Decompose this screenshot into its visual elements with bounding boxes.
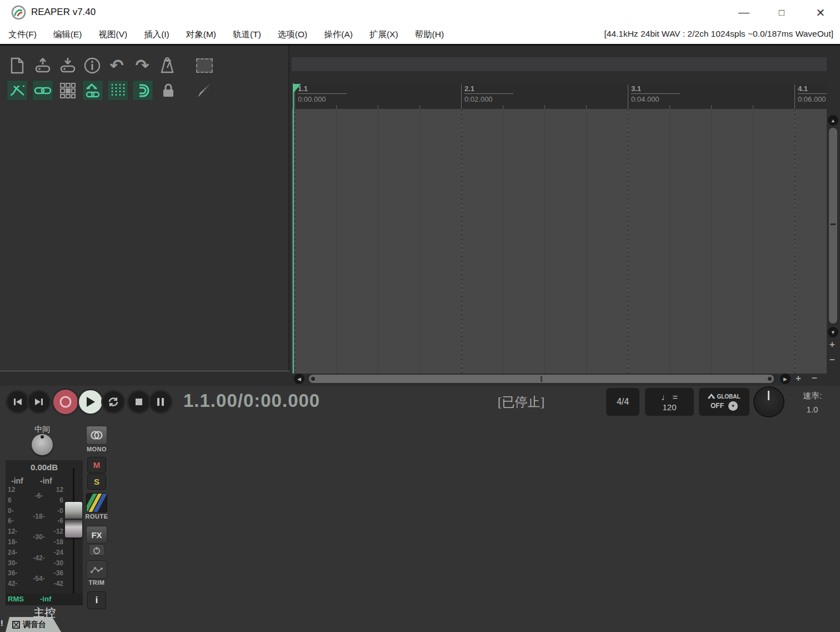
item-grouping-icon[interactable] <box>32 80 53 101</box>
pan-center-label: 中间 <box>17 425 68 435</box>
rms-value: -inf <box>40 595 51 603</box>
horizontal-scrollbar[interactable] <box>307 374 776 384</box>
scroll-right-button[interactable]: ▶ <box>780 374 791 384</box>
repeat-button[interactable] <box>103 391 124 412</box>
trim-label: TRIM <box>80 579 113 586</box>
timeline-ruler[interactable]: 1.10:00.0002.10:02.0003.10:04.0004.10:06… <box>292 83 827 109</box>
menu-item-1[interactable]: 编辑(E) <box>45 29 91 41</box>
zoom-in-vertical-button[interactable]: + <box>829 339 835 350</box>
ruler-time-label: 0:04.000 <box>631 94 680 103</box>
scrollbar-thumb-grip <box>541 376 542 382</box>
play-button[interactable] <box>79 390 102 414</box>
go-to-end-button[interactable] <box>28 391 49 412</box>
beat-gridline <box>753 109 753 374</box>
checkbox-checked-icon <box>12 621 20 629</box>
zoom-out-horizontal-button[interactable]: − <box>812 373 817 384</box>
meter-scale-label: -24 <box>46 549 63 556</box>
ruler-mark: 2.10:02.000 <box>461 84 513 109</box>
scrollbar-thumb-dot <box>311 377 315 381</box>
pencil-draw-icon[interactable] <box>194 80 215 101</box>
record-button[interactable] <box>53 390 78 414</box>
pan-knob[interactable] <box>32 434 53 455</box>
track-panel-divider <box>0 371 289 371</box>
master-fader[interactable] <box>65 502 82 538</box>
redo-icon[interactable]: ↷ <box>132 55 153 76</box>
track-info-button[interactable]: i <box>87 591 106 609</box>
arrange-top-strip <box>292 57 827 71</box>
meter-scale-label: -30 <box>46 559 63 567</box>
scrollbar-thumb-dot <box>768 377 772 381</box>
menu-item-2[interactable]: 视图(V) <box>90 29 136 41</box>
ruler-time-label: 0:06.000 <box>798 94 827 103</box>
close-button[interactable]: ✕ <box>803 0 838 25</box>
route-button[interactable] <box>86 493 107 512</box>
grid-lines-icon[interactable] <box>107 80 128 101</box>
vertical-scrollbar[interactable] <box>828 127 838 326</box>
scroll-up-button[interactable]: ▲ <box>828 115 838 126</box>
ripple-edit-icon[interactable] <box>57 80 78 101</box>
peak-left-value: -inf <box>11 476 33 485</box>
solo-button[interactable]: S <box>87 474 106 490</box>
vertical-scrollbar-thumb[interactable] <box>829 128 837 324</box>
beat-gridline <box>419 109 420 374</box>
go-to-start-button[interactable] <box>7 391 28 412</box>
menu-item-9[interactable]: 帮助(H) <box>407 29 453 41</box>
auto-crossfade-icon[interactable] <box>7 80 28 101</box>
mixer-tab-label: 调音台 <box>23 620 46 630</box>
undo-icon[interactable]: ↶ <box>106 55 127 76</box>
stop-button[interactable] <box>128 391 149 412</box>
meter-scale-label: 12 <box>46 486 63 494</box>
ruler-tick <box>586 105 587 109</box>
ruler-beat-label: 1.1 <box>298 84 347 94</box>
pause-button[interactable] <box>150 391 171 412</box>
open-project-icon[interactable] <box>32 55 53 76</box>
global-value: OFF <box>711 402 724 410</box>
global-automation-button[interactable]: GLOBAL OFF ▼ <box>699 388 749 416</box>
playrate-value[interactable]: 1.0 <box>796 405 829 414</box>
meter-scale-label: -6 <box>46 517 63 525</box>
meter-scale-label: 6 <box>46 496 63 504</box>
menu-item-8[interactable]: 扩展(X) <box>361 29 407 41</box>
time-signature-button[interactable]: 4/4 <box>606 388 639 416</box>
horizontal-scrollbar-thumb[interactable] <box>309 375 774 383</box>
route-label: ROUTE <box>80 513 113 520</box>
metronome-icon[interactable] <box>157 55 178 76</box>
envelope-link-icon[interactable] <box>82 80 103 101</box>
ruler-time-label: 0:02.000 <box>464 94 513 103</box>
mixer-docker-tab[interactable]: 调音台 <box>6 617 61 632</box>
lock-icon[interactable] <box>158 80 179 101</box>
ruler-beat-label: 2.1 <box>464 84 513 94</box>
tempo-button[interactable]: ♩ = 120 <box>645 388 694 416</box>
minimize-button[interactable]: — <box>727 0 761 25</box>
chevron-down-icon[interactable]: ▼ <box>728 401 738 411</box>
mono-label: MONO <box>80 446 113 452</box>
marquee-select-icon[interactable] <box>194 55 215 76</box>
menu-item-3[interactable]: 插入(I) <box>136 29 178 41</box>
scroll-left-button[interactable]: ◀ <box>294 374 304 384</box>
save-project-icon[interactable] <box>57 55 78 76</box>
menu-item-5[interactable]: 轨道(T) <box>224 29 269 41</box>
project-settings-icon[interactable] <box>82 55 103 76</box>
audio-device-status[interactable]: [44.1kHz 24bit WAV : 2/2ch 1024spls ~0.0… <box>604 29 833 39</box>
new-project-icon[interactable] <box>7 55 28 76</box>
fx-bypass-button[interactable] <box>89 544 104 556</box>
mute-button[interactable]: M <box>87 457 106 473</box>
menu-item-6[interactable]: 选项(O) <box>269 29 316 41</box>
zoom-in-horizontal-button[interactable]: + <box>796 373 801 384</box>
maximize-button[interactable]: □ <box>764 0 799 25</box>
snap-icon[interactable] <box>132 80 153 101</box>
master-volume-value[interactable]: 0.00dB <box>6 462 83 472</box>
menu-item-4[interactable]: 对象(M) <box>178 29 224 41</box>
playrate-knob[interactable] <box>754 387 783 416</box>
transport-position-display[interactable]: 1.1.00/0:00.000 <box>183 390 320 411</box>
mono-button[interactable] <box>86 426 107 445</box>
scroll-down-button[interactable]: ▼ <box>828 327 838 337</box>
menu-item-7[interactable]: 操作(A) <box>316 29 361 41</box>
arrange-view[interactable] <box>292 109 827 374</box>
menu-item-0[interactable]: 文件(F) <box>0 29 45 41</box>
trim-button[interactable] <box>86 560 107 579</box>
zoom-out-vertical-button[interactable]: − <box>829 355 835 366</box>
titlebar: REAPER v7.40 — □ ✕ <box>0 0 840 25</box>
transport-status: [已停止] <box>493 394 549 411</box>
fx-button[interactable]: FX <box>86 526 107 544</box>
